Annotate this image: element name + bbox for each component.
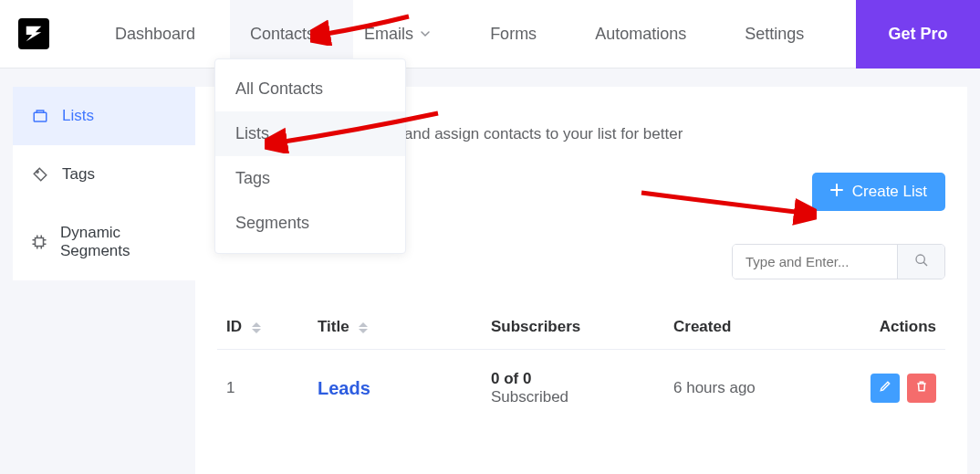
dropdown-all-contacts[interactable]: All Contacts <box>215 67 405 111</box>
cell-subscribers: 0 of 0 Subscribed <box>482 350 664 427</box>
nav-label: Automations <box>595 25 686 44</box>
cell-id: 1 <box>217 350 308 427</box>
chevron-down-icon <box>320 27 333 40</box>
cell-title[interactable]: Leads <box>308 350 482 427</box>
col-label: Actions <box>880 318 936 335</box>
col-label: Subscribers <box>491 318 580 335</box>
nav-settings[interactable]: Settings <box>734 0 815 68</box>
nav-label: Contacts <box>250 25 315 44</box>
tag-icon <box>31 165 49 184</box>
sidebar-label: Lists <box>62 107 94 125</box>
dropdown-segments[interactable]: Segments <box>215 201 405 246</box>
search-box <box>732 244 945 279</box>
dropdown-lists[interactable]: Lists <box>215 111 405 156</box>
sidebar: Lists Tags Dynamic Segments <box>13 87 195 474</box>
nav-label: Settings <box>745 25 804 44</box>
get-pro-button[interactable]: Get Pro <box>856 0 980 68</box>
sidebar-label: Dynamic Segments <box>60 224 177 260</box>
col-label: Title <box>318 318 349 335</box>
svg-point-3 <box>916 255 924 263</box>
top-navbar: Dashboard Contacts Emails Forms Automati… <box>0 0 980 68</box>
svg-point-1 <box>36 171 38 173</box>
nav-label: Forms <box>490 25 537 44</box>
list-title-link[interactable]: Leads <box>318 378 370 398</box>
cell-created: 6 hours ago <box>664 350 836 427</box>
edit-icon <box>879 379 891 397</box>
trash-icon <box>915 379 928 397</box>
get-pro-label: Get Pro <box>888 25 947 44</box>
search-icon <box>914 253 929 271</box>
svg-rect-0 <box>34 112 47 121</box>
col-title[interactable]: Title <box>308 305 482 350</box>
subscribers-count: 0 of 0 <box>491 370 655 388</box>
app-logo <box>18 18 49 49</box>
col-label: Created <box>673 318 731 335</box>
nav-automations[interactable]: Automations <box>584 0 697 68</box>
svg-rect-2 <box>36 238 44 247</box>
chevron-down-icon <box>419 27 432 40</box>
sidebar-item-lists[interactable]: Lists <box>13 87 195 145</box>
plus-icon <box>830 183 843 201</box>
folder-icon <box>31 107 49 125</box>
col-actions: Actions <box>836 305 945 350</box>
sort-icon <box>252 322 261 333</box>
sidebar-item-tags[interactable]: Tags <box>13 145 195 204</box>
nav-label: Emails <box>364 25 413 44</box>
cell-actions <box>836 350 945 427</box>
col-subscribers: Subscribers <box>482 305 664 350</box>
create-list-label: Create List <box>852 183 927 201</box>
search-button[interactable] <box>897 245 944 279</box>
lists-table: ID Title Subscribers Created Actions 1 L… <box>217 305 945 427</box>
contacts-dropdown: All Contacts Lists Tags Segments <box>214 58 406 254</box>
dropdown-tags[interactable]: Tags <box>215 156 405 201</box>
col-label: ID <box>226 318 242 335</box>
create-list-button[interactable]: Create List <box>812 173 945 211</box>
sort-icon <box>359 322 368 333</box>
col-id[interactable]: ID <box>217 305 308 350</box>
subscribers-status: Subscribed <box>491 388 655 406</box>
col-created: Created <box>664 305 836 350</box>
table-row: 1 Leads 0 of 0 Subscribed 6 hours ago <box>217 350 945 427</box>
nav-label: Dashboard <box>115 25 195 44</box>
table-header-row: ID Title Subscribers Created Actions <box>217 305 945 350</box>
search-input[interactable] <box>733 245 897 279</box>
edit-button[interactable] <box>871 374 900 403</box>
sidebar-item-dynamic-segments[interactable]: Dynamic Segments <box>13 204 195 280</box>
nav-forms[interactable]: Forms <box>479 0 547 68</box>
delete-button[interactable] <box>907 374 936 403</box>
content-wrap: Lists Tags Dynamic Segments contacts. Yo… <box>13 87 967 474</box>
sidebar-label: Tags <box>62 165 95 184</box>
nav-dashboard[interactable]: Dashboard <box>104 0 206 68</box>
chip-icon <box>31 233 47 251</box>
